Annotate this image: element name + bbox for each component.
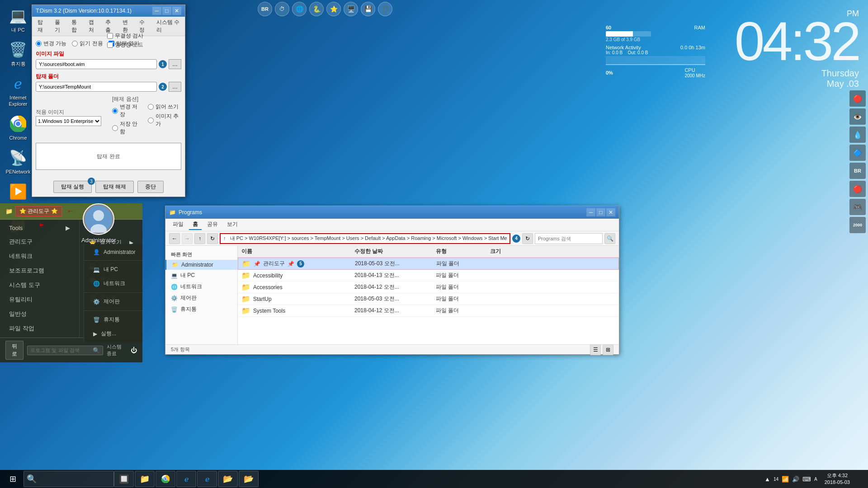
mount-release-button[interactable]: 탑재 해제 xyxy=(95,181,134,193)
user-panel-item-control[interactable]: ⚙️ 제어판 xyxy=(84,295,142,309)
panel-item-system-tools[interactable]: 시스템 도구 xyxy=(0,278,79,292)
taskbar-cortana[interactable]: 🔲 xyxy=(114,471,134,487)
right-icon-2000[interactable]: 2000 xyxy=(849,217,866,233)
globe-top-icon[interactable]: 🌐 xyxy=(292,2,307,16)
fe-sidebar-network[interactable]: 🌐 네트워크 xyxy=(165,281,237,292)
panel-item-tools[interactable]: Tools ▶ xyxy=(0,221,79,235)
radio-read-write[interactable]: 읽어 쓰기 xyxy=(148,103,181,111)
fe-menu-home[interactable]: 홈 xyxy=(189,220,202,230)
power-icon[interactable]: ⏻ xyxy=(131,347,137,354)
mount-execute-button[interactable]: 탑재 실행 3 xyxy=(53,181,92,193)
timer-top-icon[interactable]: ⏱ xyxy=(275,2,289,16)
tdism-close-button[interactable]: ✕ xyxy=(172,7,181,15)
back-button[interactable]: 뒤로 xyxy=(5,341,24,360)
fe-menu-file[interactable]: 파일 xyxy=(169,220,187,230)
user-panel-item-my-pc2[interactable]: 💻 내 PC xyxy=(84,263,142,277)
fe-sidebar-recycle[interactable]: 🗑️ 휴지통 xyxy=(165,304,237,315)
tdism-tab-integrate[interactable]: 통합 xyxy=(68,18,84,35)
panel-item-support[interactable]: 보조프로그램 xyxy=(0,263,79,278)
tray-up-arrow[interactable]: ▲ xyxy=(764,475,771,483)
taskbar-chrome-btn[interactable] xyxy=(156,471,175,487)
tdism-tab-sysrepair[interactable]: 시스템 수리 xyxy=(153,18,183,35)
radio-changeable[interactable]: 변경 가능 xyxy=(36,40,66,47)
br-top-icon[interactable]: BR xyxy=(258,2,272,16)
taskbar-ie2-btn[interactable]: ℯ xyxy=(197,471,217,487)
tray-speaker-icon[interactable]: 🔊 xyxy=(791,475,800,483)
desktop-icon-chrome[interactable]: Chrome xyxy=(0,113,36,143)
drive-top-icon[interactable]: 💾 xyxy=(361,2,375,16)
fe-row-admin-tools[interactable]: 📁 📌 관리도구 📌 5 2018-05-03 오전... 파일 폴더 xyxy=(238,258,619,270)
fe-sidebar-my-pc[interactable]: 💻 내 PC xyxy=(165,270,237,281)
fe-up-button[interactable]: ↑ xyxy=(194,233,205,244)
radio-add-image[interactable]: 이미지 추가 xyxy=(148,113,181,128)
radio-readonly[interactable]: 읽기 전용 xyxy=(72,40,103,47)
fe-forward-button[interactable]: → xyxy=(182,233,193,244)
fe-maximize-button[interactable]: □ xyxy=(596,208,605,216)
show-desktop-button[interactable] xyxy=(854,470,866,488)
snake-top-icon[interactable]: 🐍 xyxy=(309,2,324,16)
radio-readonly-input[interactable] xyxy=(72,41,78,47)
panel-item-network[interactable]: 네트워크 xyxy=(0,249,79,263)
fe-row-startup[interactable]: 📁 StartUp 2018-05-03 오전... 파일 폴더 xyxy=(238,293,619,305)
image-file-browse-btn[interactable]: … xyxy=(169,59,181,69)
fe-search-button[interactable]: 🔍 xyxy=(604,233,615,244)
tdism-tab-unmount[interactable]: 풀기 xyxy=(51,18,67,35)
fe-row-system-tools[interactable]: 📁 System Tools 2018-04-12 오전... 파일 폴더 xyxy=(238,305,619,317)
taskbar-ie-btn[interactable]: ℯ xyxy=(176,471,196,487)
user-panel-item-recycle[interactable]: 🗑️ 휴지통 xyxy=(84,313,142,327)
right-icon-5[interactable]: 🔴 xyxy=(849,181,866,197)
monitor-top-icon[interactable]: 🖥️ xyxy=(344,2,358,16)
fe-row-accessories[interactable]: 📁 Accessories 2018-04-12 오전... 파일 폴더 xyxy=(238,282,619,293)
fe-row-accessibility[interactable]: 📁 Accessibility 2018-04-13 오전... 파일 폴더 xyxy=(238,270,619,282)
right-icon-3[interactable]: 💧 xyxy=(849,127,866,143)
tray-network-icon[interactable]: 📶 xyxy=(781,475,790,483)
tdism-tab-capture[interactable]: 캡처 xyxy=(85,18,101,35)
fe-search-input[interactable] xyxy=(535,233,603,244)
panel-item-admin[interactable]: 관리도구 xyxy=(0,235,79,249)
start-button[interactable]: ⊞ xyxy=(2,470,24,488)
desktop-icon-recycle-bin[interactable]: 🗑️ 휴지통 xyxy=(0,38,36,69)
image-dropdown[interactable]: 1.Windows 10 Enterprise xyxy=(36,116,101,126)
shield-top-icon[interactable]: ⭐ xyxy=(326,2,341,16)
desktop-icon-ie[interactable]: ℯ Internet Explorer xyxy=(0,72,36,108)
fe-grid-view-button[interactable]: ⊞ xyxy=(603,344,613,355)
panel-item-general[interactable]: 일반성 xyxy=(0,307,79,321)
radio-save-change[interactable]: 변경 저장 xyxy=(112,103,141,118)
tray-keyboard-icon[interactable]: ⌨ xyxy=(802,475,812,483)
user-panel-item-admin[interactable]: 👤 Administrator xyxy=(84,246,142,258)
fe-list-view-button[interactable]: ☰ xyxy=(590,344,601,355)
music-top-icon[interactable]: 🎵 xyxy=(378,2,392,16)
right-icon-1[interactable]: 🔴 xyxy=(849,90,866,107)
taskbar-explorer-btn[interactable]: 📁 xyxy=(135,471,155,487)
tray-lang-icon[interactable]: A xyxy=(813,476,818,483)
desktop-icon-penetwork[interactable]: 📡 PENetwork xyxy=(0,146,36,177)
fe-refresh-button[interactable]: ↻ xyxy=(207,233,218,244)
panel-item-utilities[interactable]: 유틸리티 xyxy=(0,292,79,307)
tdism-maximize-button[interactable]: □ xyxy=(162,7,171,15)
fe-sidebar-administrator[interactable]: 📁 Administrator xyxy=(165,260,237,270)
user-panel-item-run[interactable]: ▶ 실행... xyxy=(84,327,142,341)
right-icon-br[interactable]: BR xyxy=(849,163,866,179)
taskbar-folder1-btn[interactable]: 📂 xyxy=(218,471,238,487)
tdism-minimize-button[interactable]: ─ xyxy=(152,7,161,15)
panel-item-file-work[interactable]: 파일 작업 xyxy=(0,321,79,336)
checkbox-integrity-input[interactable] xyxy=(107,33,113,39)
mount-folder-input[interactable] xyxy=(36,82,157,92)
stop-button[interactable]: 중단 xyxy=(137,181,164,193)
radio-changeable-input[interactable] xyxy=(36,41,42,47)
radio-no-save[interactable]: 저장 안함 xyxy=(112,120,141,136)
image-file-input[interactable] xyxy=(36,59,157,69)
fe-address-refresh-button[interactable]: ↻ xyxy=(522,233,533,244)
checkbox-integrity[interactable]: 무결성 검사 xyxy=(107,32,143,40)
mount-folder-browse-btn[interactable]: … xyxy=(169,82,181,92)
user-panel-item-network[interactable]: 🌐 네트워크 xyxy=(84,277,142,291)
user-avatar[interactable] xyxy=(83,203,114,235)
tray-clock[interactable]: 오후 4:32 2018-05-03 xyxy=(821,472,854,486)
fe-close-button[interactable]: ✕ xyxy=(606,208,615,216)
fe-menu-view[interactable]: 보기 xyxy=(223,220,241,230)
panel-search-input[interactable] xyxy=(30,347,93,353)
right-icon-4[interactable]: 🔷 xyxy=(849,145,866,161)
right-icon-6[interactable]: 🎮 xyxy=(849,199,866,215)
fe-menu-share[interactable]: 공유 xyxy=(203,220,222,230)
fe-minimize-button[interactable]: ─ xyxy=(586,208,595,216)
